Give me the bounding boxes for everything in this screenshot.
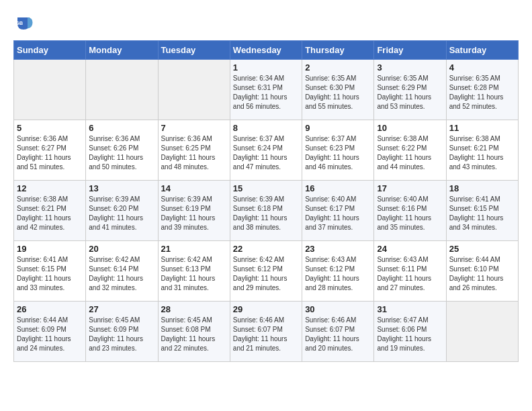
calendar-cell: 16Sunrise: 6:40 AM Sunset: 6:17 PM Dayli… (302, 181, 374, 241)
cell-info: Sunrise: 6:40 AM Sunset: 6:16 PM Dayligh… (377, 195, 443, 232)
calendar-cell: 24Sunrise: 6:43 AM Sunset: 6:11 PM Dayli… (374, 241, 446, 302)
day-number: 29 (233, 304, 299, 314)
calendar-cell: 17Sunrise: 6:40 AM Sunset: 6:16 PM Dayli… (374, 181, 446, 241)
cell-info: Sunrise: 6:41 AM Sunset: 6:15 PM Dayligh… (449, 195, 515, 232)
cell-info: Sunrise: 6:39 AM Sunset: 6:20 PM Dayligh… (89, 195, 154, 232)
calendar-cell: 27Sunrise: 6:45 AM Sunset: 6:09 PM Dayli… (86, 302, 158, 362)
calendar-cell: 9Sunrise: 6:37 AM Sunset: 6:23 PM Daylig… (302, 120, 374, 181)
day-number: 28 (161, 304, 227, 314)
calendar-cell: 7Sunrise: 6:36 AM Sunset: 6:25 PM Daylig… (158, 120, 230, 181)
cell-info: Sunrise: 6:39 AM Sunset: 6:18 PM Dayligh… (233, 195, 299, 232)
cell-info: Sunrise: 6:35 AM Sunset: 6:28 PM Dayligh… (449, 74, 515, 111)
calendar-header-row: SundayMondayTuesdayWednesdayThursdayFrid… (14, 41, 519, 60)
cell-info: Sunrise: 6:42 AM Sunset: 6:12 PM Dayligh… (233, 255, 299, 293)
page-header: GB (13, 13, 519, 34)
calendar-week-row: 5Sunrise: 6:36 AM Sunset: 6:27 PM Daylig… (14, 120, 519, 181)
calendar-cell: 28Sunrise: 6:45 AM Sunset: 6:08 PM Dayli… (158, 302, 230, 362)
cell-info: Sunrise: 6:42 AM Sunset: 6:14 PM Dayligh… (89, 255, 154, 293)
cell-info: Sunrise: 6:38 AM Sunset: 6:21 PM Dayligh… (449, 134, 515, 172)
calendar-cell: 3Sunrise: 6:35 AM Sunset: 6:29 PM Daylig… (374, 60, 446, 120)
day-number: 7 (161, 123, 227, 133)
calendar-cell: 18Sunrise: 6:41 AM Sunset: 6:15 PM Dayli… (446, 181, 518, 241)
calendar-cell (446, 302, 518, 362)
day-number: 20 (89, 244, 154, 254)
calendar-cell: 20Sunrise: 6:42 AM Sunset: 6:14 PM Dayli… (86, 241, 158, 302)
cell-info: Sunrise: 6:38 AM Sunset: 6:21 PM Dayligh… (17, 195, 83, 232)
calendar-cell: 1Sunrise: 6:34 AM Sunset: 6:31 PM Daylig… (230, 60, 302, 120)
calendar-cell: 2Sunrise: 6:35 AM Sunset: 6:30 PM Daylig… (302, 60, 374, 120)
cell-info: Sunrise: 6:41 AM Sunset: 6:15 PM Dayligh… (17, 255, 83, 293)
calendar-cell: 11Sunrise: 6:38 AM Sunset: 6:21 PM Dayli… (446, 120, 518, 181)
weekday-header: Thursday (302, 41, 374, 60)
cell-info: Sunrise: 6:35 AM Sunset: 6:30 PM Dayligh… (305, 74, 371, 111)
day-number: 26 (17, 304, 83, 314)
svg-text:GB: GB (15, 20, 24, 26)
calendar-cell: 12Sunrise: 6:38 AM Sunset: 6:21 PM Dayli… (14, 181, 86, 241)
calendar-cell: 29Sunrise: 6:46 AM Sunset: 6:07 PM Dayli… (230, 302, 302, 362)
calendar-body: 1Sunrise: 6:34 AM Sunset: 6:31 PM Daylig… (14, 60, 519, 362)
day-number: 8 (233, 123, 299, 133)
weekday-header: Sunday (14, 41, 86, 60)
day-number: 24 (377, 244, 443, 254)
cell-info: Sunrise: 6:36 AM Sunset: 6:26 PM Dayligh… (89, 134, 154, 172)
day-number: 25 (449, 244, 515, 254)
calendar-cell: 6Sunrise: 6:36 AM Sunset: 6:26 PM Daylig… (86, 120, 158, 181)
cell-info: Sunrise: 6:44 AM Sunset: 6:10 PM Dayligh… (449, 255, 515, 293)
day-number: 10 (377, 123, 443, 133)
weekday-header: Friday (374, 41, 446, 60)
cell-info: Sunrise: 6:44 AM Sunset: 6:09 PM Dayligh… (17, 316, 83, 353)
day-number: 15 (233, 183, 299, 193)
calendar-week-row: 12Sunrise: 6:38 AM Sunset: 6:21 PM Dayli… (14, 181, 519, 241)
weekday-header: Wednesday (230, 41, 302, 60)
calendar-week-row: 26Sunrise: 6:44 AM Sunset: 6:09 PM Dayli… (14, 302, 519, 362)
logo-icon: GB (13, 13, 34, 34)
calendar-cell (14, 60, 86, 120)
cell-info: Sunrise: 6:38 AM Sunset: 6:22 PM Dayligh… (377, 134, 443, 172)
day-number: 9 (305, 123, 371, 133)
calendar-cell: 23Sunrise: 6:43 AM Sunset: 6:12 PM Dayli… (302, 241, 374, 302)
cell-info: Sunrise: 6:36 AM Sunset: 6:27 PM Dayligh… (17, 134, 83, 172)
calendar-cell (86, 60, 158, 120)
day-number: 1 (233, 62, 299, 73)
day-number: 4 (449, 62, 515, 73)
cell-info: Sunrise: 6:43 AM Sunset: 6:11 PM Dayligh… (377, 255, 443, 293)
day-number: 13 (89, 183, 154, 193)
cell-info: Sunrise: 6:40 AM Sunset: 6:17 PM Dayligh… (305, 195, 371, 232)
day-number: 14 (161, 183, 227, 193)
day-number: 6 (89, 123, 154, 133)
cell-info: Sunrise: 6:37 AM Sunset: 6:23 PM Dayligh… (305, 134, 371, 172)
day-number: 17 (377, 183, 443, 193)
calendar-cell: 30Sunrise: 6:46 AM Sunset: 6:07 PM Dayli… (302, 302, 374, 362)
cell-info: Sunrise: 6:46 AM Sunset: 6:07 PM Dayligh… (305, 316, 371, 353)
calendar-cell: 21Sunrise: 6:42 AM Sunset: 6:13 PM Dayli… (158, 241, 230, 302)
cell-info: Sunrise: 6:35 AM Sunset: 6:29 PM Dayligh… (377, 74, 443, 111)
calendar-cell: 10Sunrise: 6:38 AM Sunset: 6:22 PM Dayli… (374, 120, 446, 181)
calendar-week-row: 19Sunrise: 6:41 AM Sunset: 6:15 PM Dayli… (14, 241, 519, 302)
calendar-cell: 14Sunrise: 6:39 AM Sunset: 6:19 PM Dayli… (158, 181, 230, 241)
day-number: 3 (377, 62, 443, 73)
logo: GB (13, 13, 36, 34)
calendar-cell: 13Sunrise: 6:39 AM Sunset: 6:20 PM Dayli… (86, 181, 158, 241)
cell-info: Sunrise: 6:37 AM Sunset: 6:24 PM Dayligh… (233, 134, 299, 172)
day-number: 2 (305, 62, 371, 73)
cell-info: Sunrise: 6:45 AM Sunset: 6:09 PM Dayligh… (89, 316, 154, 353)
calendar-table: SundayMondayTuesdayWednesdayThursdayFrid… (13, 40, 519, 362)
calendar-cell: 8Sunrise: 6:37 AM Sunset: 6:24 PM Daylig… (230, 120, 302, 181)
day-number: 11 (449, 123, 515, 133)
cell-info: Sunrise: 6:36 AM Sunset: 6:25 PM Dayligh… (161, 134, 227, 172)
calendar-cell: 31Sunrise: 6:47 AM Sunset: 6:06 PM Dayli… (374, 302, 446, 362)
weekday-header: Tuesday (158, 41, 230, 60)
weekday-header: Monday (86, 41, 158, 60)
cell-info: Sunrise: 6:39 AM Sunset: 6:19 PM Dayligh… (161, 195, 227, 232)
cell-info: Sunrise: 6:46 AM Sunset: 6:07 PM Dayligh… (233, 316, 299, 353)
calendar-cell: 19Sunrise: 6:41 AM Sunset: 6:15 PM Dayli… (14, 241, 86, 302)
calendar-cell: 26Sunrise: 6:44 AM Sunset: 6:09 PM Dayli… (14, 302, 86, 362)
cell-info: Sunrise: 6:42 AM Sunset: 6:13 PM Dayligh… (161, 255, 227, 293)
calendar-week-row: 1Sunrise: 6:34 AM Sunset: 6:31 PM Daylig… (14, 60, 519, 120)
day-number: 5 (17, 123, 83, 133)
day-number: 21 (161, 244, 227, 254)
calendar-cell: 25Sunrise: 6:44 AM Sunset: 6:10 PM Dayli… (446, 241, 518, 302)
cell-info: Sunrise: 6:45 AM Sunset: 6:08 PM Dayligh… (161, 316, 227, 353)
day-number: 22 (233, 244, 299, 254)
cell-info: Sunrise: 6:47 AM Sunset: 6:06 PM Dayligh… (377, 316, 443, 353)
